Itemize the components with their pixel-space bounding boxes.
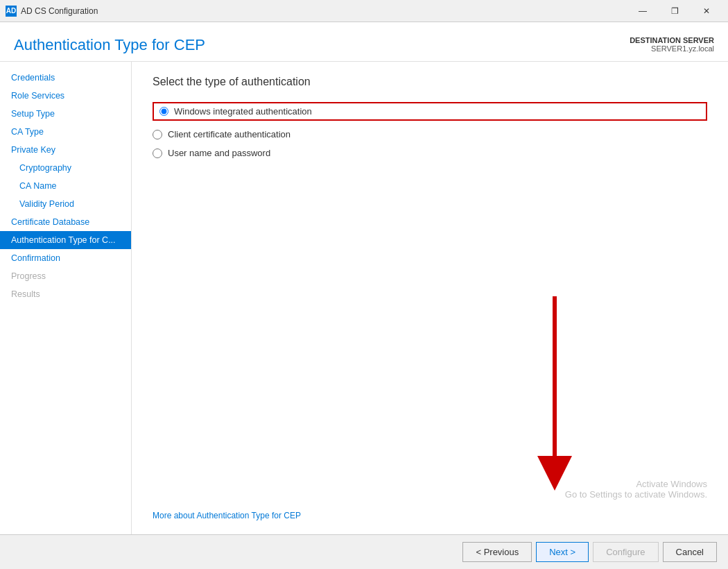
previous-button[interactable]: < Previous: [462, 542, 532, 562]
sidebar-item-private-key[interactable]: Private Key: [0, 141, 131, 159]
red-arrow-indicator: [534, 296, 575, 493]
client-certificate-radio[interactable]: [153, 130, 162, 139]
window-controls: — ❐ ✕: [627, 0, 722, 22]
sidebar-item-auth-type[interactable]: Authentication Type for C...: [0, 231, 131, 249]
content-area: CredentialsRole ServicesSetup TypeCA Typ…: [0, 62, 728, 534]
destination-server: DESTINATION SERVER SERVER1.yz.local: [630, 36, 714, 53]
sidebar-item-role-services[interactable]: Role Services: [0, 87, 131, 105]
sidebar-item-confirmation[interactable]: Confirmation: [0, 249, 131, 267]
title-bar-text: AD CS Configuration: [21, 6, 627, 16]
sidebar-item-certificate-database[interactable]: Certificate Database: [0, 213, 131, 231]
windows-integrated-radio[interactable]: [159, 107, 168, 116]
server-name: SERVER1.yz.local: [630, 44, 714, 53]
radio-group: Windows integrated authentication Client…: [153, 102, 707, 158]
section-title: Select the type of authentication: [153, 76, 707, 88]
windows-integrated-label[interactable]: Windows integrated authentication: [174, 106, 312, 117]
activate-line2: Go to Settings to activate Windows.: [565, 489, 707, 500]
app-icon: AD: [6, 6, 17, 17]
maximize-button[interactable]: ❐: [659, 0, 691, 22]
sidebar-item-results: Results: [0, 285, 131, 303]
sidebar-item-ca-type[interactable]: CA Type: [0, 123, 131, 141]
configure-button[interactable]: Configure: [593, 542, 658, 562]
main-content: Select the type of authentication Window…: [132, 62, 728, 534]
sidebar-item-progress: Progress: [0, 267, 131, 285]
page-title: Authentication Type for CEP: [14, 36, 205, 54]
username-password-radio[interactable]: [153, 148, 162, 158]
sidebar-item-ca-name[interactable]: CA Name: [0, 177, 131, 195]
username-password-option[interactable]: User name and password: [153, 148, 707, 158]
client-certificate-option[interactable]: Client certificate authentication: [153, 129, 707, 139]
username-password-label[interactable]: User name and password: [168, 148, 270, 158]
sidebar-item-setup-type[interactable]: Setup Type: [0, 105, 131, 123]
sidebar-item-cryptography[interactable]: Cryptography: [0, 159, 131, 177]
client-certificate-label[interactable]: Client certificate authentication: [168, 129, 291, 139]
next-button[interactable]: Next >: [536, 542, 589, 562]
cancel-button[interactable]: Cancel: [663, 542, 717, 562]
sidebar-item-validity-period[interactable]: Validity Period: [0, 195, 131, 213]
close-button[interactable]: ✕: [691, 0, 722, 22]
sidebar: CredentialsRole ServicesSetup TypeCA Typ…: [0, 62, 132, 534]
title-bar: AD AD CS Configuration — ❐ ✕: [0, 0, 728, 22]
main-window: Authentication Type for CEP DESTINATION …: [0, 22, 728, 569]
activate-line1: Activate Windows: [565, 479, 707, 489]
more-about-link[interactable]: More about Authentication Type for CEP: [153, 511, 301, 520]
window-header: Authentication Type for CEP DESTINATION …: [0, 22, 728, 62]
sidebar-item-credentials[interactable]: Credentials: [0, 69, 131, 87]
windows-integrated-option[interactable]: Windows integrated authentication: [153, 102, 707, 121]
bottom-toolbar: < Previous Next > Configure Cancel: [0, 534, 728, 569]
activate-windows-watermark: Activate Windows Go to Settings to activ…: [565, 479, 707, 500]
minimize-button[interactable]: —: [627, 0, 659, 22]
destination-server-label: DESTINATION SERVER: [630, 36, 714, 44]
